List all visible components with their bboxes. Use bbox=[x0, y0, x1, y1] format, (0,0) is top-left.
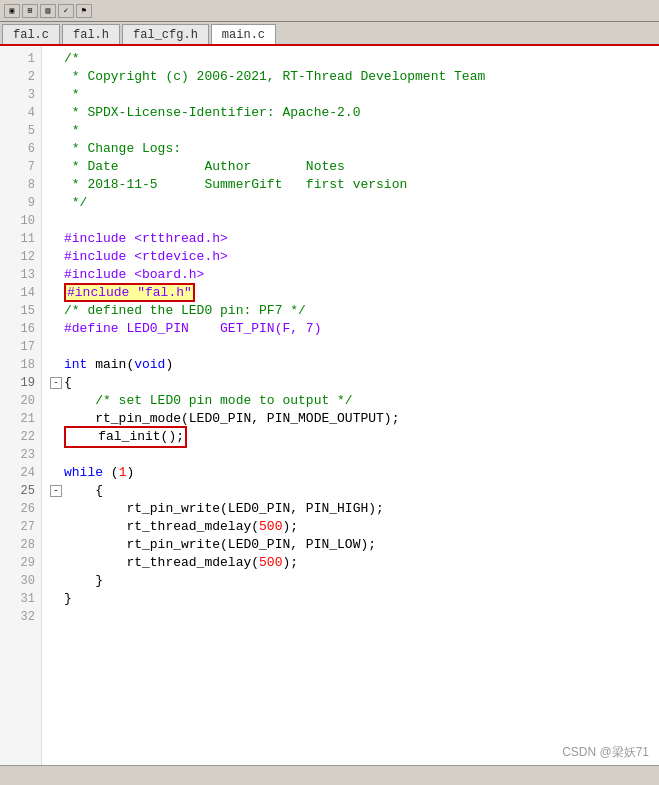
code-line-27: rt_thread_mdelay(500); bbox=[50, 518, 659, 536]
line-number-24: 24 bbox=[0, 464, 35, 482]
line-number-1: 1 bbox=[0, 50, 35, 68]
line-number-11: 11 bbox=[0, 230, 35, 248]
tab-bar: fal.c fal.h fal_cfg.h main.c bbox=[0, 22, 659, 46]
line-number-23: 23 bbox=[0, 446, 35, 464]
line-number-20: 20 bbox=[0, 392, 35, 410]
code-line-4: * SPDX-License-Identifier: Apache-2.0 bbox=[50, 104, 659, 122]
line-number-15: 15 bbox=[0, 302, 35, 320]
code-line-17 bbox=[50, 338, 659, 356]
tab-main-c-label: main.c bbox=[222, 28, 265, 42]
line-numbers: 1234567891011121314151617181920212223242… bbox=[0, 46, 42, 765]
code-area[interactable]: /* * Copyright (c) 2006-2021, RT-Thread … bbox=[42, 46, 659, 765]
code-line-29: rt_thread_mdelay(500); bbox=[50, 554, 659, 572]
code-line-11: #include <rtthread.h> bbox=[50, 230, 659, 248]
line-number-21: 21 bbox=[0, 410, 35, 428]
code-line-31: } bbox=[50, 590, 659, 608]
line-number-13: 13 bbox=[0, 266, 35, 284]
line-number-29: 29 bbox=[0, 554, 35, 572]
line-number-18: 18 bbox=[0, 356, 35, 374]
code-line-2: * Copyright (c) 2006-2021, RT-Thread Dev… bbox=[50, 68, 659, 86]
code-line-24: while (1) bbox=[50, 464, 659, 482]
line-number-7: 7 bbox=[0, 158, 35, 176]
tab-main-c[interactable]: main.c bbox=[211, 24, 276, 44]
code-line-7: * Date Author Notes bbox=[50, 158, 659, 176]
line-number-8: 8 bbox=[0, 176, 35, 194]
line-number-2: 2 bbox=[0, 68, 35, 86]
code-line-3: * bbox=[50, 86, 659, 104]
tab-fal-c[interactable]: fal.c bbox=[2, 24, 60, 44]
line-number-14: 14 bbox=[0, 284, 35, 302]
title-bar: ▣ ⊞ ▤ ✓ ⚑ bbox=[0, 0, 659, 22]
code-line-28: rt_pin_write(LED0_PIN, PIN_LOW); bbox=[50, 536, 659, 554]
line-number-12: 12 bbox=[0, 248, 35, 266]
code-line-16: #define LED0_PIN GET_PIN(F, 7) bbox=[50, 320, 659, 338]
tab-fal-h-label: fal.h bbox=[73, 28, 109, 42]
line-number-27: 27 bbox=[0, 518, 35, 536]
tab-fal-cfg-h[interactable]: fal_cfg.h bbox=[122, 24, 209, 44]
line-number-28: 28 bbox=[0, 536, 35, 554]
code-line-5: * bbox=[50, 122, 659, 140]
code-line-14: #include "fal.h" bbox=[50, 284, 659, 302]
code-line-25: - { bbox=[50, 482, 659, 500]
line-number-16: 16 bbox=[0, 320, 35, 338]
code-line-20: /* set LED0 pin mode to output */ bbox=[50, 392, 659, 410]
title-icons: ▣ ⊞ ▤ ✓ ⚑ bbox=[4, 4, 92, 18]
code-line-8: * 2018-11-5 SummerGift first version bbox=[50, 176, 659, 194]
code-line-15: /* defined the LED0 pin: PF7 */ bbox=[50, 302, 659, 320]
fold-icon-19[interactable]: - bbox=[50, 377, 62, 389]
code-line-18: int main(void) bbox=[50, 356, 659, 374]
fold-icon-25[interactable]: - bbox=[50, 485, 62, 497]
line-number-3: 3 bbox=[0, 86, 35, 104]
code-line-10 bbox=[50, 212, 659, 230]
code-line-19: -{ bbox=[50, 374, 659, 392]
line-number-10: 10 bbox=[0, 212, 35, 230]
code-line-13: #include <board.h> bbox=[50, 266, 659, 284]
tab-fal-c-label: fal.c bbox=[13, 28, 49, 42]
editor-container: 1234567891011121314151617181920212223242… bbox=[0, 46, 659, 765]
tab-fal-cfg-h-label: fal_cfg.h bbox=[133, 28, 198, 42]
tab-fal-h[interactable]: fal.h bbox=[62, 24, 120, 44]
line-number-5: 5 bbox=[0, 122, 35, 140]
code-line-26: rt_pin_write(LED0_PIN, PIN_HIGH); bbox=[50, 500, 659, 518]
status-bar: CSDN @梁妖71 bbox=[0, 765, 659, 785]
code-line-22: fal_init(); bbox=[50, 428, 659, 446]
code-line-30: } bbox=[50, 572, 659, 590]
line-number-6: 6 bbox=[0, 140, 35, 158]
line-number-25: 25 bbox=[0, 482, 35, 500]
line-number-4: 4 bbox=[0, 104, 35, 122]
code-line-32 bbox=[50, 608, 659, 626]
line-number-30: 30 bbox=[0, 572, 35, 590]
line-number-31: 31 bbox=[0, 590, 35, 608]
code-line-9: */ bbox=[50, 194, 659, 212]
watermark: CSDN @梁妖71 bbox=[562, 744, 649, 761]
line-number-26: 26 bbox=[0, 500, 35, 518]
line-number-19: 19 bbox=[0, 374, 35, 392]
line-number-17: 17 bbox=[0, 338, 35, 356]
line-number-9: 9 bbox=[0, 194, 35, 212]
line-number-32: 32 bbox=[0, 608, 35, 626]
code-line-23 bbox=[50, 446, 659, 464]
code-line-12: #include <rtdevice.h> bbox=[50, 248, 659, 266]
code-line-6: * Change Logs: bbox=[50, 140, 659, 158]
code-line-1: /* bbox=[50, 50, 659, 68]
line-number-22: 22 bbox=[0, 428, 35, 446]
